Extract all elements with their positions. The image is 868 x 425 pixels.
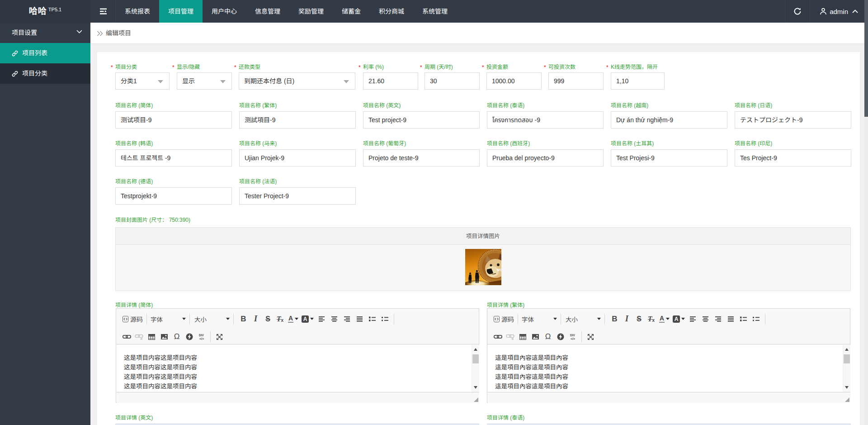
svg-text:DIV: DIV <box>570 334 576 337</box>
svg-text:</>: </> <box>571 337 575 340</box>
svg-text:</>: </> <box>199 337 204 340</box>
svg-text:WO: WO <box>497 268 501 272</box>
svg-text:DIV: DIV <box>199 334 204 337</box>
